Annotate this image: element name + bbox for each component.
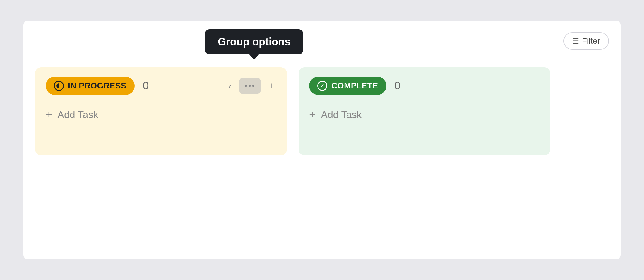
main-panel: ☰ Filter Group options IN PROGRESS 0: [23, 21, 621, 259]
group-options-button[interactable]: •••: [239, 78, 261, 94]
complete-icon: ✓: [317, 81, 327, 91]
complete-header: ✓ COMPLETE 0: [309, 77, 540, 95]
complete-badge: ✓ COMPLETE: [309, 77, 386, 95]
filter-button[interactable]: ☰ Filter: [564, 32, 609, 50]
in-progress-label: IN PROGRESS: [68, 81, 126, 91]
dots-icon: •••: [244, 81, 256, 90]
in-progress-header: IN PROGRESS 0 ‹ ••• +: [46, 77, 276, 95]
in-progress-badge: IN PROGRESS: [46, 77, 135, 95]
add-column-button[interactable]: +: [266, 78, 276, 94]
in-progress-count: 0: [143, 80, 149, 92]
column-complete: ✓ COMPLETE 0 + Add Task: [299, 67, 550, 155]
filter-icon: ☰: [572, 37, 579, 46]
in-progress-actions: ‹ ••• +: [226, 78, 276, 94]
add-task-in-progress-label: Add Task: [57, 109, 98, 120]
add-task-in-progress-button[interactable]: + Add Task: [46, 105, 98, 124]
add-task-complete-icon: +: [309, 108, 316, 121]
in-progress-icon: [54, 81, 64, 91]
column-in-progress: IN PROGRESS 0 ‹ ••• +: [35, 67, 287, 155]
filter-label: Filter: [582, 36, 600, 46]
add-icon: +: [268, 81, 274, 91]
add-task-complete-label: Add Task: [321, 109, 362, 120]
tooltip: Group options: [205, 29, 303, 54]
collapse-icon: ‹: [228, 81, 232, 91]
checkmark: ✓: [320, 83, 325, 89]
add-task-complete-button[interactable]: + Add Task: [309, 105, 362, 124]
collapse-button[interactable]: ‹: [226, 78, 234, 94]
add-task-icon: +: [46, 108, 52, 121]
tooltip-text: Group options: [218, 36, 290, 48]
complete-label: COMPLETE: [331, 81, 378, 91]
complete-count: 0: [395, 80, 400, 92]
